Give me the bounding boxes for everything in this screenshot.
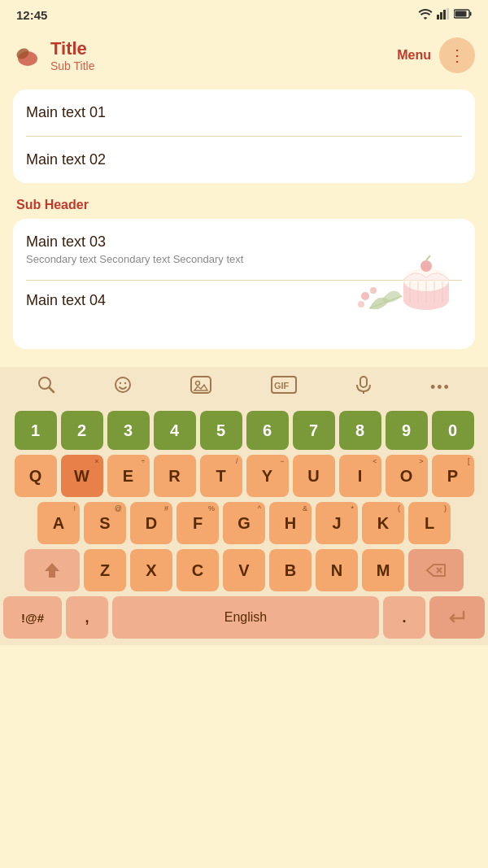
sticker-toolbar-icon[interactable] (184, 373, 218, 402)
content-area: Main text 01 Main text 02 Sub Header (0, 81, 488, 367)
key-z[interactable]: Z (84, 549, 126, 591)
status-time: 12:45 (16, 8, 47, 22)
key-q[interactable]: Q (15, 455, 57, 497)
key-w[interactable]: ×W (61, 455, 103, 497)
battery-icon (454, 9, 472, 21)
key-r[interactable]: R (154, 455, 196, 497)
list-item-1[interactable]: Main text 01 (26, 89, 462, 137)
key-h[interactable]: &H (269, 502, 312, 544)
key-s-sub: @ (115, 504, 122, 513)
key-c[interactable]: C (176, 549, 219, 591)
space-key[interactable]: English (112, 596, 379, 639)
symbols-key[interactable]: !@# (3, 596, 62, 639)
key-n[interactable]: N (316, 549, 358, 591)
key-u[interactable]: U (293, 455, 335, 497)
svg-line-24 (49, 387, 54, 392)
emoji-toolbar-icon[interactable] (107, 373, 138, 402)
key-4[interactable]: 4 (154, 411, 196, 450)
keyboard-toolbar: GIF ••• (0, 367, 488, 408)
key-k-sub: ( (398, 504, 400, 513)
app-bar-actions: Menu ⋮ (397, 37, 475, 73)
key-p-sub: [ (468, 457, 470, 465)
key-p[interactable]: [P (432, 455, 474, 497)
more-icon: ⋮ (449, 46, 465, 65)
key-f[interactable]: %F (176, 502, 219, 544)
key-d-sub: # (164, 504, 168, 513)
asdf-row: !A @S #D %F ^G &H *J (K )L (3, 502, 485, 544)
svg-point-25 (115, 377, 130, 392)
key-j-sub: * (351, 504, 354, 513)
app-logo (13, 41, 42, 70)
list-card-1: Main text 01 Main text 02 (13, 89, 475, 183)
backspace-key[interactable] (408, 549, 464, 591)
gif-toolbar-icon[interactable]: GIF (264, 373, 303, 402)
key-1[interactable]: 1 (15, 411, 57, 450)
key-a[interactable]: !A (37, 502, 80, 544)
key-t[interactable]: /T (200, 455, 242, 497)
list-item-3[interactable]: Main text 03 Secondary text Secondary te… (26, 219, 462, 281)
mic-toolbar-icon[interactable] (349, 373, 378, 402)
key-m[interactable]: M (362, 549, 404, 591)
status-icons (418, 8, 472, 22)
main-text-03: Main text 03 (26, 233, 462, 251)
main-text-02: Main text 02 (26, 151, 462, 168)
secondary-text-03: Secondary text Secondary text Secondary … (26, 253, 462, 265)
key-o-sub: > (419, 457, 423, 465)
enter-key[interactable] (429, 596, 485, 639)
app-title: Title (50, 38, 397, 59)
key-y[interactable]: −Y (246, 455, 289, 497)
status-bar: 12:45 (0, 0, 488, 29)
main-text-01: Main text 01 (26, 104, 462, 121)
list-item-2[interactable]: Main text 02 (26, 137, 462, 183)
svg-point-29 (196, 382, 200, 386)
key-j[interactable]: *J (316, 502, 358, 544)
app-subtitle: Sub Title (50, 59, 397, 72)
key-l[interactable]: )L (408, 502, 451, 544)
list-item-4[interactable]: Main text 04 (26, 281, 462, 312)
key-v[interactable]: V (223, 549, 265, 591)
key-k[interactable]: (K (362, 502, 404, 544)
comma-key[interactable]: , (66, 596, 108, 639)
svg-rect-2 (443, 10, 446, 20)
key-i[interactable]: <I (339, 455, 381, 497)
key-o[interactable]: >O (386, 455, 428, 497)
search-toolbar-icon[interactable] (31, 373, 62, 402)
key-7[interactable]: 7 (293, 411, 335, 450)
svg-rect-6 (455, 11, 467, 16)
key-t-sub: / (236, 457, 238, 465)
key-g[interactable]: ^G (223, 502, 265, 544)
key-6[interactable]: 6 (246, 411, 289, 450)
more-button[interactable]: ⋮ (439, 37, 475, 73)
key-9[interactable]: 9 (386, 411, 428, 450)
sub-header: Sub Header (13, 193, 475, 219)
keyboard: 1 2 3 4 5 6 7 8 9 0 Q ×W ÷E R /T −Y U <I… (0, 408, 488, 645)
key-s[interactable]: @S (84, 502, 126, 544)
svg-point-26 (120, 382, 121, 384)
shift-key[interactable] (24, 549, 80, 591)
svg-text:GIF: GIF (274, 381, 290, 390)
key-y-sub: − (280, 457, 284, 465)
key-5[interactable]: 5 (200, 411, 242, 450)
key-d[interactable]: #D (130, 502, 172, 544)
svg-rect-32 (360, 377, 367, 387)
svg-rect-3 (447, 8, 449, 20)
svg-rect-1 (440, 12, 442, 20)
key-x[interactable]: X (130, 549, 172, 591)
more-toolbar-icon[interactable]: ••• (424, 376, 457, 399)
app-titles: Title Sub Title (50, 38, 397, 72)
zxcv-row: Z X C V B N M (3, 549, 485, 591)
menu-label[interactable]: Menu (397, 48, 431, 63)
period-key[interactable]: . (383, 596, 425, 639)
wifi-icon (418, 8, 433, 22)
key-2[interactable]: 2 (61, 411, 103, 450)
key-a-sub: ! (73, 504, 76, 513)
key-0[interactable]: 0 (432, 411, 474, 450)
key-i-sub: < (373, 457, 377, 465)
key-b[interactable]: B (269, 549, 312, 591)
key-h-sub: & (303, 504, 307, 513)
key-8[interactable]: 8 (339, 411, 381, 450)
key-3[interactable]: 3 (107, 411, 150, 450)
qwerty-row: Q ×W ÷E R /T −Y U <I >O [P (3, 455, 485, 497)
main-text-04: Main text 04 (26, 292, 462, 309)
key-e[interactable]: ÷E (107, 455, 150, 497)
